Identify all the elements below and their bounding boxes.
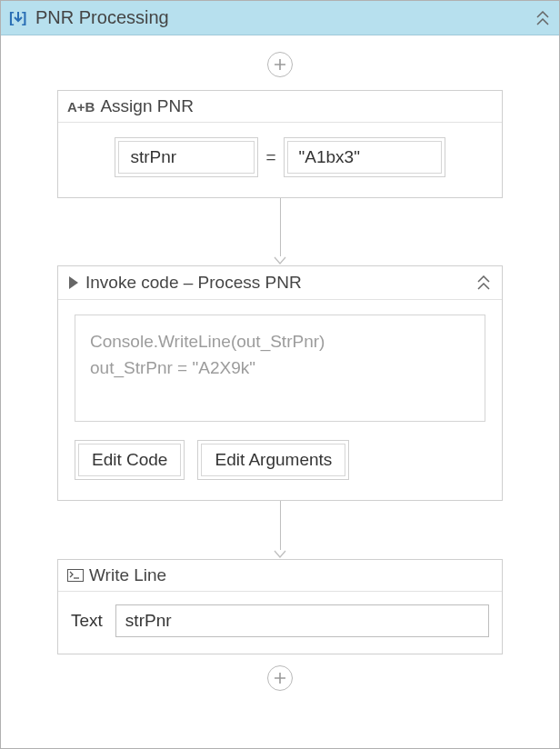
- assign-icon: A+B: [67, 99, 95, 115]
- text-label: Text: [71, 611, 103, 631]
- sequence-body: A+B Assign PNR strPnr = "A1bx3": [1, 35, 559, 748]
- edit-code-label: Edit Code: [78, 444, 181, 476]
- write-line-activity[interactable]: Write Line Text strPnr: [57, 559, 503, 654]
- invoke-code-activity[interactable]: Invoke code – Process PNR Console.WriteL…: [57, 265, 503, 501]
- invoke-code-title: Invoke code – Process PNR: [85, 273, 469, 293]
- invoke-collapse-button[interactable]: [475, 272, 493, 294]
- code-editor[interactable]: Console.WriteLine(out_StrPnr) out_StrPnr…: [75, 315, 485, 422]
- text-input[interactable]: strPnr: [115, 604, 489, 637]
- sequence-activity: [ ] PNR Processing A+B Assign PNR: [0, 0, 560, 749]
- assign-to-value[interactable]: strPnr: [118, 141, 255, 174]
- play-icon: [67, 275, 80, 290]
- assign-value-field[interactable]: "A1bx3": [284, 137, 445, 177]
- assign-header[interactable]: A+B Assign PNR: [58, 91, 502, 123]
- write-line-title: Write Line: [89, 565, 493, 585]
- svg-text:[: [: [9, 10, 15, 25]
- add-activity-button-top[interactable]: [267, 52, 293, 77]
- add-activity-button-bottom[interactable]: [267, 665, 293, 691]
- invoke-code-header[interactable]: Invoke code – Process PNR: [58, 266, 502, 300]
- write-line-header[interactable]: Write Line: [58, 560, 502, 592]
- edit-arguments-label: Edit Arguments: [201, 444, 345, 476]
- svg-rect-2: [68, 570, 84, 582]
- sequence-icon: [ ]: [8, 8, 28, 28]
- equals-label: =: [265, 147, 275, 167]
- edit-arguments-button[interactable]: Edit Arguments: [197, 440, 349, 480]
- connector: [274, 501, 286, 559]
- assign-title: Assign PNR: [100, 96, 493, 116]
- sequence-titlebar[interactable]: [ ] PNR Processing: [1, 1, 559, 35]
- assign-to-field[interactable]: strPnr: [115, 137, 258, 177]
- connector: [274, 198, 286, 265]
- assign-value[interactable]: "A1bx3": [287, 141, 442, 174]
- edit-code-button[interactable]: Edit Code: [75, 440, 185, 480]
- svg-text:]: ]: [22, 10, 26, 25]
- console-icon: [67, 569, 84, 582]
- collapse-button[interactable]: [534, 7, 552, 29]
- sequence-title: PNR Processing: [35, 7, 534, 28]
- assign-activity[interactable]: A+B Assign PNR strPnr = "A1bx3": [57, 90, 503, 198]
